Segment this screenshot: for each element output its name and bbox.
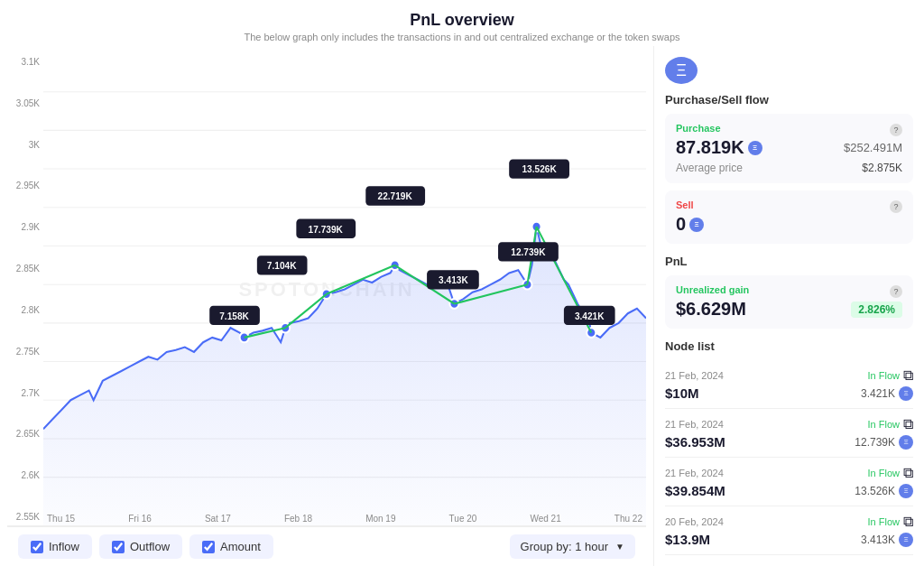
y-axis-labels: 3.1K 3.05K 3K 2.95K 2.9K 2.85K 2.8K 2.75… (7, 53, 43, 525)
unrealized-amount: $6.629M (676, 299, 746, 320)
svg-text:7.104K: 7.104K (267, 261, 297, 271)
avg-price-label: Average price (676, 162, 743, 174)
y-label: 2.6K (7, 470, 43, 480)
outflow-checkbox[interactable] (112, 541, 125, 553)
purchase-info-icon[interactable]: ? (890, 124, 902, 136)
page-header: PnL overview The below graph only includ… (0, 0, 924, 46)
x-label: Mon 19 (365, 514, 395, 524)
svg-text:12.739K: 12.739K (511, 247, 546, 257)
eth-token-icon: Ξ (899, 386, 913, 401)
y-label: 2.65K (7, 429, 43, 439)
chart-area: SPOTONCHAIN 3.1K 3.05K 3K 2.95K 2.9K 2.8… (0, 46, 653, 566)
node-tokens: 3.421K Ξ (861, 386, 913, 401)
node-date: 21 Feb, 2024 (665, 468, 724, 478)
amount-checkbox-group[interactable]: Amount (189, 534, 273, 559)
main-content: SPOTONCHAIN 3.1K 3.05K 3K 2.95K 2.9K 2.8… (0, 46, 924, 566)
amount-checkbox[interactable] (202, 541, 215, 553)
purchase-usd: $252.491M (844, 141, 902, 154)
node-inflow-label: In Flow (868, 370, 900, 381)
node-item: 21 Feb, 2024 In Flow ⧉ $39.854M 13.526K … (665, 458, 913, 506)
x-label: Tue 20 (449, 514, 477, 524)
node-tokens: 3.413K Ξ (861, 533, 913, 547)
node-item: 20 Feb, 2024 In Flow ⧉ $13.9M 3.413K Ξ (665, 506, 913, 555)
purchase-card: Purchase ? 87.819K Ξ $252.491M Average p… (665, 114, 913, 183)
y-label: 2.55K (7, 512, 43, 522)
purchase-sell-section-title: Purchase/Sell flow (665, 93, 913, 107)
x-label: Fri 16 (128, 514, 152, 524)
svg-text:3.421K: 3.421K (575, 311, 605, 320)
eth-token-icon: Ξ (899, 484, 913, 498)
node-copy-icon[interactable]: ⧉ (903, 514, 913, 530)
node-date: 20 Feb, 2024 (665, 516, 724, 527)
node-item: 21 Feb, 2024 In Flow ⧉ $10M 3.421K Ξ (665, 360, 913, 409)
x-label: Wed 21 (530, 514, 560, 524)
y-label: 2.75K (7, 347, 43, 357)
node-amount: $39.854M (665, 483, 725, 498)
svg-text:7.158K: 7.158K (219, 311, 249, 320)
outflow-label: Outflow (130, 540, 170, 553)
eth-icon: Ξ (665, 57, 698, 84)
x-label: Sat 17 (205, 514, 231, 524)
pnl-title: PnL (665, 255, 913, 268)
page-container: PnL overview The below graph only includ… (0, 0, 924, 566)
y-label: 3.1K (7, 57, 43, 67)
avg-price-value: $2.875K (862, 162, 902, 174)
sell-info-icon[interactable]: ? (890, 200, 902, 213)
amount-label: Amount (220, 540, 261, 553)
eth-small-icon: Ξ (748, 141, 762, 155)
purchase-label: Purchase (676, 123, 721, 134)
node-inflow-label: In Flow (868, 419, 900, 430)
node-copy-icon[interactable]: ⧉ (903, 367, 913, 384)
y-label: 2.85K (7, 264, 43, 274)
node-copy-icon[interactable]: ⧉ (903, 416, 913, 432)
node-item: 21 Feb, 2024 In Flow ⧉ $36.953M 12.739K … (665, 409, 913, 458)
outflow-checkbox-group[interactable]: Outflow (99, 534, 182, 559)
node-date: 21 Feb, 2024 (665, 370, 724, 381)
y-label: 2.7K (7, 388, 43, 398)
node-amount: $10M (665, 385, 699, 401)
node-date: 21 Feb, 2024 (665, 419, 724, 430)
inflow-checkbox-group[interactable]: Inflow (18, 534, 92, 559)
x-label: Thu 15 (47, 514, 75, 524)
svg-text:13.526K: 13.526K (522, 164, 557, 174)
group-by-label: Group by: 1 hour (521, 540, 609, 553)
chart-wrapper: SPOTONCHAIN 3.1K 3.05K 3K 2.95K 2.9K 2.8… (7, 53, 646, 526)
pnl-card: Unrealized gain ? $6.629M 2.826% (665, 275, 913, 329)
y-label: 2.8K (7, 305, 43, 315)
group-by-select[interactable]: Group by: 1 hour ▼ (510, 534, 635, 559)
chevron-down-icon: ▼ (615, 542, 624, 552)
y-label: 2.9K (7, 222, 43, 232)
svg-text:17.739K: 17.739K (309, 224, 344, 234)
sell-amount-value: 0 (676, 214, 686, 235)
right-panel: Ξ Purchase/Sell flow Purchase ? 87.819K … (653, 46, 924, 566)
node-amount: $36.953M (665, 434, 725, 450)
eth-token-icon: Ξ (899, 533, 913, 547)
purchase-amount: 87.819K Ξ (676, 137, 762, 158)
purchase-amount-value: 87.819K (676, 137, 744, 158)
node-tokens: 12.739K Ξ (855, 435, 913, 450)
controls-bar: Inflow Outflow Amount Group by: 1 hour ▼ (7, 526, 646, 566)
x-label: Thu 22 (614, 514, 642, 524)
node-list-title: Node list (665, 339, 913, 353)
node-inflow-label: In Flow (868, 468, 900, 478)
node-inflow-label: In Flow (868, 516, 900, 527)
y-label: 2.95K (7, 181, 43, 190)
x-label: Feb 18 (284, 514, 312, 524)
y-label: 3.05K (7, 98, 43, 108)
chart-svg: 7.158K 7.104K 17.739K 22.719K 3.413K 12. (43, 53, 646, 525)
page-title: PnL overview (0, 11, 924, 30)
pnl-section: PnL Unrealized gain ? $6.629M 2.826% (665, 255, 913, 329)
sell-label: Sell (676, 199, 694, 210)
svg-text:22.719K: 22.719K (378, 191, 413, 201)
eth-token-icon: Ξ (899, 435, 913, 450)
unrealized-gain-label: Unrealized gain (676, 284, 749, 295)
inflow-checkbox[interactable] (31, 541, 43, 553)
eth-small-sell-icon: Ξ (689, 218, 704, 232)
inflow-label: Inflow (49, 540, 79, 553)
unrealized-pct: 2.826% (851, 302, 902, 318)
svg-text:3.413K: 3.413K (439, 275, 468, 285)
pnl-info-icon[interactable]: ? (890, 285, 902, 298)
page-subtitle: The below graph only includes the transa… (0, 32, 924, 42)
sell-card: Sell ? 0 Ξ (665, 190, 913, 244)
node-copy-icon[interactable]: ⧉ (903, 465, 913, 481)
